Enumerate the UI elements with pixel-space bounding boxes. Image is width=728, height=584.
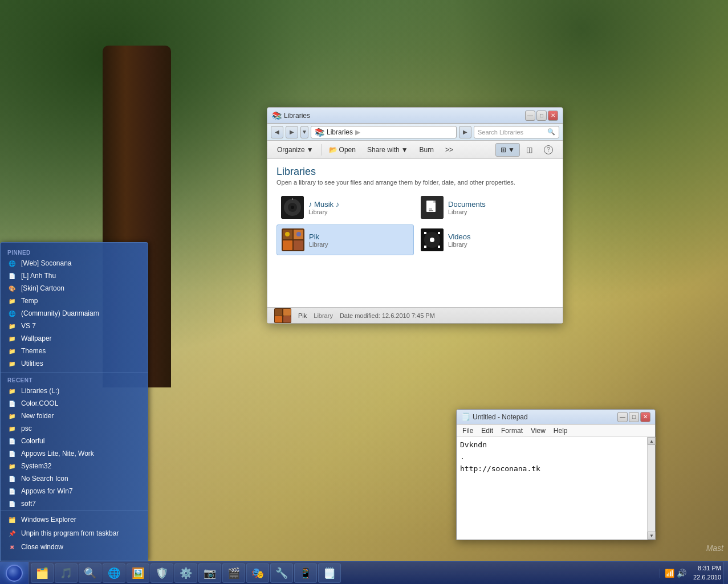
pik-name: Pik (309, 232, 328, 241)
start-item-icon: 📄 (7, 487, 17, 496)
start-item-utilities[interactable]: 📁 Utilities (1, 357, 148, 370)
svg-rect-14 (283, 240, 292, 250)
help-button[interactable]: ? (539, 143, 558, 157)
taskbar-item-6[interactable]: ⚙️ (174, 563, 197, 583)
start-item-appows[interactable]: 📄 Appows Lite, Nite, Work (1, 447, 148, 460)
start-item-colorful[interactable]: 📄 Colorful (1, 435, 148, 447)
videos-name: Videos (448, 232, 471, 241)
minimize-button[interactable]: — (525, 111, 535, 121)
np-menu-edit[interactable]: Edit (478, 426, 497, 436)
svg-rect-26 (275, 309, 282, 316)
taskbar-item-12[interactable]: 🗒️ (318, 563, 341, 583)
musik-type: Library (308, 209, 339, 215)
forward-button[interactable]: ▶ (286, 126, 298, 138)
open-icon: 📂 (329, 146, 337, 154)
np-close-button[interactable]: ✕ (640, 412, 650, 422)
np-menu-view[interactable]: View (527, 426, 549, 436)
taskbar-item-10[interactable]: 🔧 (270, 563, 293, 583)
taskbar-item-8[interactable]: 🎬 (222, 563, 245, 583)
burn-button[interactable]: Burn (414, 143, 439, 157)
start-unpin[interactable]: 📌 Unpin this program from taskbar (1, 526, 148, 540)
start-item-icon: 📄 (7, 499, 17, 508)
nav-right-button[interactable]: ▶ (459, 126, 471, 138)
np-maximize-button[interactable]: □ (629, 412, 639, 422)
taskbar-item-7[interactable]: 📷 (198, 563, 221, 583)
start-item-newfolder[interactable]: 📁 New folder (1, 410, 148, 422)
dropdown-button[interactable]: ▼ (300, 126, 308, 138)
videos-text: Videos Library (448, 232, 471, 248)
start-item-soconana[interactable]: 🌐 [Web] Soconana (1, 257, 148, 269)
start-button[interactable] (0, 562, 29, 585)
np-menu-file[interactable]: File (459, 426, 477, 436)
svg-point-16 (285, 232, 290, 236)
pinned-label: Pinned (1, 247, 148, 257)
clock[interactable]: 8:31 PM 22.6.2010 (691, 564, 723, 582)
notepad-text-area[interactable]: Dvkndn . http://soconana.tk (457, 437, 647, 540)
breadcrumb[interactable]: 📚 Libraries ▶ (311, 126, 457, 138)
recent-label: Recent (1, 375, 148, 385)
libraries-content: Libraries Open a library to see your fil… (267, 159, 563, 307)
volume-icon[interactable]: 🔊 (677, 569, 686, 578)
svg-rect-15 (294, 240, 303, 250)
folder-icon: 📁 (7, 411, 17, 420)
status-name: Pik (298, 312, 307, 319)
folder-icon: 📁 (7, 359, 17, 368)
close-button[interactable]: ✕ (548, 111, 558, 121)
preview-button[interactable]: ◫ (521, 143, 538, 157)
start-windows-explorer[interactable]: 🗂️ Windows Explorer (1, 513, 148, 526)
start-item-psc[interactable]: 📁 psc (1, 422, 148, 435)
taskbar-item-2[interactable]: 🔍 (79, 563, 101, 583)
start-item-vs7[interactable]: 📁 VS 7 (1, 320, 148, 332)
search-box[interactable]: Search Libraries 🔍 (474, 126, 559, 138)
scrollbar[interactable]: ▲ ▼ (647, 437, 655, 540)
start-item-colorcool[interactable]: 📄 Color.COOL (1, 397, 148, 410)
show-desktop-button[interactable] (723, 562, 728, 584)
library-item-pik[interactable]: Pik Library (276, 224, 414, 255)
library-item-videos[interactable]: Videos Library (416, 224, 554, 255)
libraries-titlebar: 📚 Libraries — □ ✕ (267, 108, 563, 124)
scroll-up-button[interactable]: ▲ (648, 437, 656, 445)
start-item-duanmaiam[interactable]: 🌐 (Community) Duanmaiam (1, 307, 148, 320)
start-item-system32[interactable]: 📁 System32 (1, 460, 148, 472)
taskbar-item-4[interactable]: 🖼️ (127, 563, 149, 583)
start-item-wallpaper[interactable]: 📁 Wallpaper (1, 332, 148, 345)
taskbar-item-0[interactable]: 🗂️ (31, 563, 54, 583)
share-with-button[interactable]: Share with ▼ (362, 143, 413, 157)
np-minimize-button[interactable]: — (617, 412, 628, 422)
np-menu-format[interactable]: Format (498, 426, 526, 436)
library-item-musik[interactable]: ♪ ♪ Musik ♪ Library (276, 193, 414, 222)
taskbar: 🗂️ 🎵 🔍 🌐 🖼️ 🛡️ ⚙️ 📷 🎬 🎭 🔧 📱 🗒️ 📶 🔊 8:31 … (0, 561, 728, 584)
notepad-line1: Dvkndn (460, 439, 644, 451)
start-item-cartoon[interactable]: 🎨 [Skin] Cartoon (1, 282, 148, 295)
organize-button[interactable]: Organize ▼ (272, 143, 319, 157)
taskbar-item-11[interactable]: 📱 (294, 563, 317, 583)
start-close[interactable]: ✖ Close window (1, 540, 148, 554)
start-item-nosearchicon[interactable]: 📄 No Search Icon (1, 472, 148, 485)
np-menu-help[interactable]: Help (550, 426, 571, 436)
open-button[interactable]: 📂 Open (324, 143, 361, 157)
back-button[interactable]: ◀ (271, 126, 283, 138)
scroll-down-button[interactable]: ▼ (648, 532, 656, 540)
taskbar-item-5[interactable]: 🛡️ (151, 563, 173, 583)
libraries-grid: ♪ ♪ Musik ♪ Library (276, 193, 554, 255)
start-item-themes[interactable]: 📁 Themes (1, 345, 148, 357)
start-item-temp[interactable]: 📁 Temp (1, 295, 148, 307)
documents-icon (421, 196, 444, 219)
libraries-window: 📚 Libraries — □ ✕ ◀ ▶ ▼ 📚 Libraries ▶ ▶ … (267, 107, 563, 324)
svg-rect-28 (275, 316, 282, 322)
notepad-title: Untitled - Notepad (473, 413, 616, 421)
taskbar-item-3[interactable]: 🌐 (103, 563, 125, 583)
start-item-libraries[interactable]: 📁 Libraries (L:) (1, 385, 148, 397)
maximize-button[interactable]: □ (536, 111, 547, 121)
network-icon[interactable]: 📶 (665, 569, 674, 578)
taskbar-item-9[interactable]: 🎭 (246, 563, 269, 583)
start-item-appowswin7[interactable]: 📄 Appows for Win7 (1, 485, 148, 497)
taskbar-item-1[interactable]: 🎵 (55, 563, 78, 583)
preview-icon: ◫ (526, 146, 532, 154)
library-item-documents[interactable]: Documents Library (416, 193, 554, 222)
view-button[interactable]: ⊞ ▼ (495, 143, 520, 157)
more-button[interactable]: >> (440, 143, 458, 157)
start-item-anhthu[interactable]: 📄 [L] Anh Thu (1, 269, 148, 282)
videos-type: Library (448, 241, 471, 248)
start-item-soft7[interactable]: 📄 soft7 (1, 497, 148, 510)
